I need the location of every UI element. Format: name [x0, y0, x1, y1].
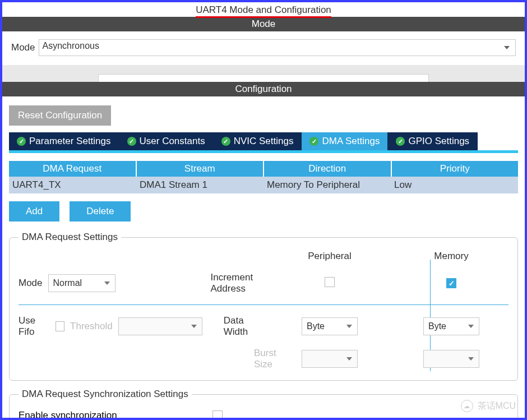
tab-nvic-settings[interactable]: ✓ NVIC Settings	[214, 132, 302, 150]
header-memory: Memory	[394, 251, 508, 262]
dma-mode-select[interactable]: Normal	[48, 274, 115, 292]
configuration-section-header: Configuration	[2, 82, 525, 96]
sync-row: Enable synchronization	[19, 408, 508, 420]
cell-stream: DMA1 Stream 1	[136, 177, 264, 193]
increment-address-label: Increment Address	[211, 272, 265, 294]
cell-priority: Low	[391, 177, 518, 193]
burst-memory-cell	[394, 350, 508, 368]
mode-select[interactable]: Asynchronous	[39, 39, 516, 56]
col-direction: Direction	[264, 161, 392, 177]
delete-button[interactable]: Delete	[70, 201, 131, 221]
tab-label: Parameter Settings	[29, 136, 111, 147]
mid-strip-inner	[98, 74, 429, 82]
mid-strip	[2, 65, 525, 82]
col-dma-request: DMA Request	[9, 161, 137, 177]
dma-mode-value: Normal	[53, 278, 82, 288]
check-icon: ✓	[221, 137, 230, 146]
dma-sync-legend: DMA Request Synchronization Settings	[19, 389, 192, 400]
check-icon: ✓	[127, 137, 136, 146]
page-title-row: UART4 Mode and Configuration	[2, 2, 525, 17]
dma-request-settings: DMA Request Settings Peripheral Memory M…	[9, 232, 518, 381]
check-icon: ✓	[17, 137, 26, 146]
data-width-memory-cell: Byte	[394, 317, 508, 335]
app-window: UART4 Mode and Configuration Mode Mode A…	[0, 0, 527, 420]
tab-parameter-settings[interactable]: ✓ Parameter Settings	[9, 132, 119, 150]
page-title: UART4 Mode and Configuration	[196, 4, 331, 18]
wechat-icon: ☁	[461, 400, 473, 412]
tab-label: NVIC Settings	[234, 136, 294, 147]
add-button[interactable]: Add	[9, 201, 59, 221]
burst-memory-select[interactable]	[423, 350, 479, 368]
burst-peripheral-cell	[265, 350, 394, 368]
tab-underline	[9, 150, 518, 153]
use-fifo-checkbox[interactable]	[56, 321, 64, 331]
burst-row: Burst Size	[19, 348, 265, 370]
watermark-text: 茶话MCU	[478, 400, 516, 412]
reset-configuration-button[interactable]: Reset Configuration	[9, 105, 111, 126]
col-stream: Stream	[137, 161, 265, 177]
threshold-label: Threshold	[70, 321, 113, 332]
tab-dma-settings[interactable]: ✓ DMA Settings	[302, 132, 388, 150]
tab-label: GPIO Settings	[408, 136, 469, 147]
tab-user-constants[interactable]: ✓ User Constants	[119, 132, 214, 150]
increment-memory-cell: ✓	[394, 278, 508, 289]
config-tabs: ✓ Parameter Settings ✓ User Constants ✓ …	[9, 132, 518, 150]
enable-sync-checkbox[interactable]	[212, 410, 223, 420]
increment-peripheral-checkbox[interactable]	[325, 277, 335, 287]
check-icon: ✓	[309, 137, 318, 146]
dma-table-header: DMA Request Stream Direction Priority	[9, 161, 518, 177]
watermark: ☁ 茶话MCU	[461, 400, 516, 412]
increment-memory-checkbox[interactable]: ✓	[446, 278, 456, 288]
threshold-select[interactable]	[118, 317, 202, 335]
check-icon: ✓	[396, 137, 405, 146]
cell-dma-request: UART4_TX	[9, 177, 136, 193]
mode-section-header: Mode	[2, 17, 525, 31]
configuration-body: Reset Configuration ✓ Parameter Settings…	[2, 96, 525, 420]
dma-request-settings-legend: DMA Request Settings	[19, 232, 121, 243]
row-divider	[19, 304, 508, 305]
data-width-label: Data Width	[224, 315, 265, 338]
data-width-peripheral-cell: Byte	[265, 317, 394, 335]
use-fifo-label: Use Fifo	[19, 315, 50, 338]
settings-grid: Peripheral Memory Mode Normal Increment …	[19, 251, 508, 370]
tab-gpio-settings[interactable]: ✓ GPIO Settings	[388, 132, 478, 150]
header-peripheral: Peripheral	[265, 251, 394, 262]
dma-mode-row: Mode Normal Increment Address	[19, 272, 265, 294]
dma-table-row[interactable]: UART4_TX DMA1 Stream 1 Memory To Periphe…	[9, 177, 518, 193]
data-width-memory-select[interactable]: Byte	[423, 317, 479, 335]
mode-row: Mode Asynchronous	[2, 31, 525, 65]
tab-label: DMA Settings	[322, 136, 380, 147]
col-priority: Priority	[392, 161, 519, 177]
fifo-row: Use Fifo Threshold Data Width	[19, 315, 265, 338]
mode-select-value: Asynchronous	[43, 41, 99, 50]
dma-mode-label: Mode	[19, 278, 43, 289]
dma-button-row: Add Delete	[9, 201, 518, 221]
burst-peripheral-select[interactable]	[302, 350, 358, 368]
tab-label: User Constants	[140, 136, 205, 147]
data-width-peripheral-select[interactable]: Byte	[302, 317, 358, 335]
mode-label: Mode	[11, 42, 35, 53]
dma-sync-settings: DMA Request Synchronization Settings Ena…	[9, 389, 518, 420]
enable-sync-label: Enable synchronization	[19, 410, 117, 420]
increment-peripheral-cell	[265, 277, 394, 289]
cell-direction: Memory To Peripheral	[264, 177, 391, 193]
